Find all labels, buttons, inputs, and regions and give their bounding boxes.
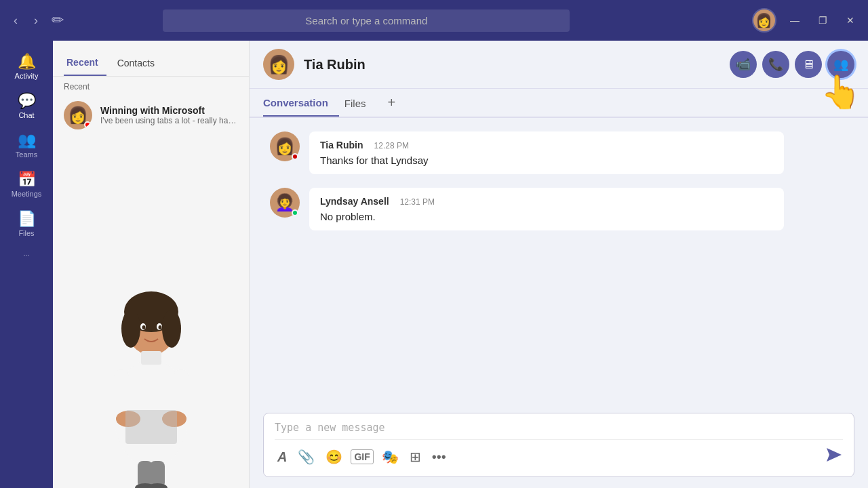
sidebar-item-label: Meetings bbox=[12, 190, 42, 198]
message-avatar: 👩 bbox=[270, 131, 300, 161]
svg-rect-10 bbox=[114, 369, 129, 417]
more-options-icon[interactable]: ••• bbox=[429, 447, 449, 468]
message-text: No problem. bbox=[320, 211, 773, 222]
recent-section-label: Recent bbox=[53, 77, 249, 94]
tab-files[interactable]: Files bbox=[344, 89, 377, 116]
svg-rect-16 bbox=[150, 461, 165, 488]
minimize-button[interactable]: — bbox=[785, 12, 805, 28]
titlebar-right: 👩 — ❐ ✕ bbox=[752, 8, 868, 33]
sidebar-item-label: Files bbox=[18, 229, 34, 237]
svg-point-12 bbox=[116, 411, 140, 427]
chat-list-panel: Recent Contacts Recent 👩 Winning with Mi… bbox=[53, 41, 250, 488]
sidebar-item-more[interactable]: ··· bbox=[0, 244, 53, 266]
share-screen-button[interactable]: 🖥 bbox=[795, 51, 822, 78]
svg-point-18 bbox=[147, 483, 167, 488]
table-icon[interactable]: ⊞ bbox=[407, 446, 424, 468]
chat-icon: 💬 bbox=[18, 94, 36, 108]
tab-conversation[interactable]: Conversation bbox=[263, 89, 339, 117]
svg-point-7 bbox=[142, 325, 145, 329]
message-meta: Lyndsay Ansell 12:31 PM bbox=[320, 196, 773, 207]
attach-icon[interactable]: 📎 bbox=[295, 446, 317, 468]
chat-list-item[interactable]: 👩 Winning with Microsoft I've been using… bbox=[53, 94, 249, 136]
meetings-icon: 📅 bbox=[18, 172, 36, 187]
message-row: 👩 Tia Rubin 12.28 PM Thanks for that Lyn… bbox=[270, 131, 848, 174]
svg-rect-15 bbox=[138, 461, 153, 488]
tab-recent[interactable]: Recent bbox=[64, 52, 106, 76]
svg-point-17 bbox=[135, 483, 155, 488]
message-input-area: A 📎 😊 GIF 🎭 ⊞ ••• bbox=[263, 413, 854, 477]
unread-dot bbox=[84, 121, 91, 128]
phone-call-button[interactable]: 📞 bbox=[762, 51, 789, 78]
sidebar-item-label: Activity bbox=[15, 72, 39, 80]
main-chat-area: 👩 Tia Rubin 📹 📞 🖥 👥 Conversation Files +… bbox=[250, 41, 868, 488]
gif-icon[interactable]: GIF bbox=[351, 449, 373, 464]
svg-marker-19 bbox=[827, 448, 842, 462]
sidebar-item-meetings[interactable]: 📅 Meetings bbox=[0, 165, 53, 205]
sidebar-item-activity[interactable]: 🔔 Activity bbox=[0, 47, 53, 87]
maximize-button[interactable]: ❐ bbox=[813, 12, 833, 28]
svg-point-0 bbox=[114, 359, 189, 468]
message-bubble: Lyndsay Ansell 12:31 PM No problem. bbox=[309, 188, 784, 230]
chat-item-avatar: 👩 bbox=[64, 101, 92, 129]
chat-header-avatar: 👩 bbox=[263, 49, 294, 80]
sidebar-item-chat[interactable]: 💬 Chat bbox=[0, 87, 53, 126]
chat-list-header: Recent Contacts bbox=[53, 41, 249, 77]
woman-illustration bbox=[77, 251, 226, 488]
activity-icon: 🔔 bbox=[18, 54, 36, 69]
search-input[interactable] bbox=[163, 9, 570, 32]
sidebar-item-teams[interactable]: 👥 Teams bbox=[0, 126, 53, 165]
online-status-dot bbox=[292, 153, 298, 160]
svg-point-2 bbox=[124, 291, 178, 332]
chat-tabs: Conversation Files + bbox=[250, 89, 868, 118]
more-icon: ··· bbox=[23, 251, 29, 259]
message-time: 12:31 PM bbox=[400, 197, 435, 207]
message-input[interactable] bbox=[275, 422, 843, 434]
sidebar: 🔔 Activity 💬 Chat 👥 Teams 📅 Meetings 📄 F… bbox=[0, 41, 53, 488]
illustration-area bbox=[53, 251, 249, 488]
video-call-button[interactable]: 📹 bbox=[730, 51, 757, 78]
message-toolbar: A 📎 😊 GIF 🎭 ⊞ ••• bbox=[275, 439, 843, 468]
back-button[interactable]: ‹ bbox=[8, 11, 23, 30]
send-icon bbox=[824, 445, 843, 464]
sidebar-item-files[interactable]: 📄 Files bbox=[0, 205, 53, 244]
svg-rect-11 bbox=[174, 369, 189, 417]
emoji-icon[interactable]: 😊 bbox=[323, 446, 345, 468]
chat-header-name: Tia Rubin bbox=[304, 57, 720, 73]
titlebar: ‹ › ✏ 👩 — ❐ ✕ bbox=[0, 0, 868, 41]
send-button[interactable] bbox=[824, 445, 843, 468]
svg-point-8 bbox=[158, 325, 161, 329]
teams-icon: 👥 bbox=[18, 133, 36, 148]
chat-item-name: Winning with Microsoft bbox=[100, 105, 238, 116]
chat-item-preview: I've been using tabs a lot - really hand… bbox=[100, 116, 238, 125]
message-time: 12.28 PM bbox=[374, 141, 409, 150]
message-sender: Tia Rubin bbox=[320, 140, 363, 150]
message-row: 👩‍🦱 Lyndsay Ansell 12:31 PM No problem. bbox=[270, 188, 848, 230]
svg-rect-14 bbox=[125, 410, 177, 444]
svg-point-5 bbox=[140, 323, 146, 330]
svg-rect-9 bbox=[141, 351, 161, 365]
tab-contacts[interactable]: Contacts bbox=[115, 52, 163, 76]
forward-button[interactable]: › bbox=[28, 11, 43, 30]
message-text: Thanks for that Lyndsay bbox=[320, 155, 773, 166]
sticker-icon[interactable]: 🎭 bbox=[379, 446, 401, 468]
sidebar-item-label: Teams bbox=[16, 150, 37, 159]
add-people-button[interactable]: 👥 bbox=[827, 51, 854, 78]
user-avatar[interactable]: 👩 bbox=[752, 8, 776, 33]
chat-header: 👩 Tia Rubin 📹 📞 🖥 👥 bbox=[250, 41, 868, 89]
message-avatar: 👩‍🦱 bbox=[270, 188, 300, 218]
message-bubble: Tia Rubin 12.28 PM Thanks for that Lynds… bbox=[309, 131, 784, 174]
svg-point-3 bbox=[121, 310, 140, 348]
add-tab-button[interactable]: + bbox=[382, 89, 401, 116]
chat-header-actions: 📹 📞 🖥 👥 bbox=[730, 51, 854, 78]
svg-point-4 bbox=[162, 310, 181, 348]
chat-item-text: Winning with Microsoft I've been using t… bbox=[100, 105, 238, 125]
online-status-dot bbox=[292, 209, 298, 216]
svg-point-6 bbox=[157, 323, 162, 330]
compose-icon[interactable]: ✏ bbox=[52, 12, 64, 29]
format-text-icon[interactable]: A bbox=[275, 447, 290, 468]
message-meta: Tia Rubin 12.28 PM bbox=[320, 140, 773, 150]
close-button[interactable]: ✕ bbox=[841, 12, 860, 28]
messages-area: 👩 Tia Rubin 12.28 PM Thanks for that Lyn… bbox=[250, 118, 868, 413]
sidebar-item-label: Chat bbox=[18, 111, 34, 119]
nav-buttons: ‹ › ✏ bbox=[0, 11, 72, 30]
